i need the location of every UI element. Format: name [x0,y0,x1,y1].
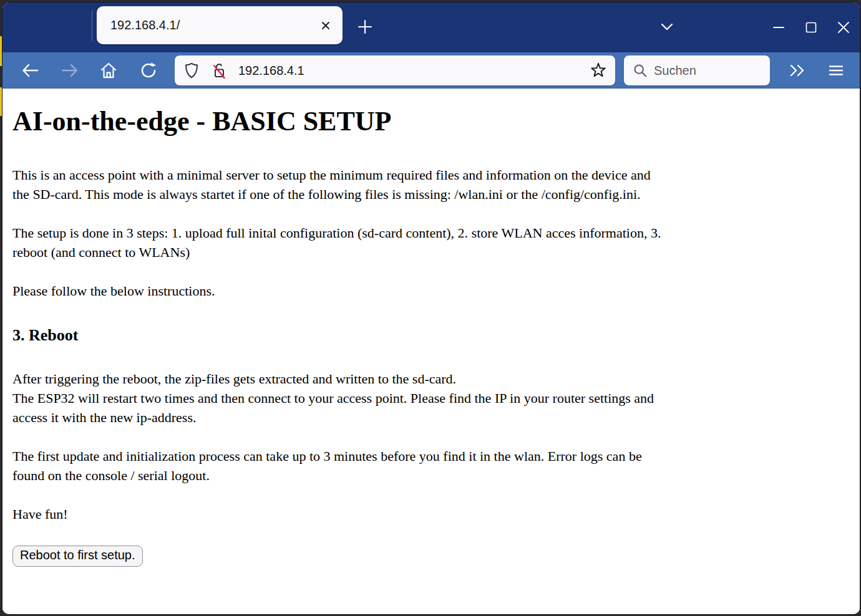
close-icon [836,20,851,35]
desktop-background-sliver [0,87,2,116]
url-bar[interactable] [175,55,615,85]
follow-paragraph: Please follow the below instructions. [12,281,854,301]
app-menu-button[interactable] [822,58,850,83]
firefox-view-button[interactable] [57,15,81,39]
home-icon [99,60,119,80]
window-controls [762,2,860,52]
text-line: The ESP32 will restart two times and the… [12,388,854,408]
list-all-tabs-button[interactable] [653,14,681,40]
minimize-icon [772,21,786,34]
browser-window: 192.168.4.1/ [2,2,860,614]
insecure-connection-lock-icon[interactable] [210,61,228,80]
maximize-button[interactable] [795,2,827,52]
url-input[interactable] [238,64,589,78]
tab-close-button[interactable] [316,16,335,35]
reboot-button[interactable]: Reboot to first setup. [12,546,143,567]
double-chevron-right-icon [787,60,808,80]
steps-paragraph: The setup is done in 3 steps: 1. upload … [12,223,854,262]
text-line: This is an access point with a minimal s… [12,165,854,185]
forward-button[interactable] [57,58,82,83]
text-line: The first update and initialization proc… [12,446,854,466]
close-window-button[interactable] [827,2,860,52]
close-icon [320,20,331,31]
update-info-paragraph: The first update and initialization proc… [12,446,854,485]
overflow-chevrons-button[interactable] [784,58,811,83]
navigation-toolbar [2,52,860,89]
forward-arrow-icon [59,60,80,81]
reboot-info-paragraph: After triggering the reboot, the zip-fil… [12,369,854,427]
tab-separator [92,10,92,41]
search-input[interactable] [654,64,770,78]
reload-button[interactable] [136,58,161,83]
active-tab[interactable]: 192.168.4.1/ [97,6,343,44]
new-tab-button[interactable] [353,14,377,39]
section-heading: 3. Reboot [12,325,854,345]
search-bar[interactable] [624,55,770,85]
have-fun-paragraph: Have fun! [12,504,854,524]
chevron-down-icon [658,18,676,36]
hamburger-menu-icon [826,60,846,80]
reload-icon [139,60,158,80]
bookmark-star-icon[interactable] [589,61,608,80]
home-button[interactable] [96,58,121,83]
page-title: AI-on-the-edge - BASIC SETUP [12,89,854,137]
text-line: After triggering the reboot, the zip-fil… [12,369,854,388]
back-arrow-icon [19,60,41,81]
text-line: found on the console / serial logout. [12,466,854,485]
search-icon [631,62,649,79]
tab-title: 192.168.4.1/ [110,18,316,32]
desktop-background-sliver [0,36,2,66]
titlebar: 192.168.4.1/ [2,2,860,52]
text-line: the SD-card. This mode is always startet… [12,185,854,204]
page-content: AI-on-the-edge - BASIC SETUP This is an … [2,89,860,614]
minimize-button[interactable] [762,2,795,52]
back-button[interactable] [17,58,42,83]
intro-paragraph: This is an access point with a minimal s… [12,165,854,204]
text-line: The setup is done in 3 steps: 1. upload … [12,223,854,243]
maximize-icon [804,21,818,34]
plus-icon [357,19,373,35]
tracking-protection-shield-icon[interactable] [182,61,201,80]
text-line: reboot (and connect to WLANs) [12,243,854,262]
text-line: access it with the new ip-address. [12,408,854,427]
